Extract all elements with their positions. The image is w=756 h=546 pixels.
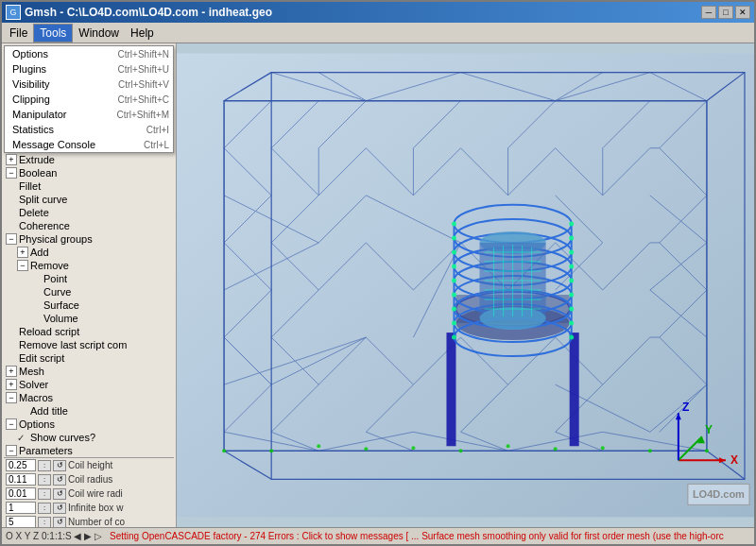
svg-point-151 <box>569 293 574 298</box>
menu-manipulator[interactable]: ManipulatorCtrl+Shift+M <box>5 107 173 122</box>
tree-surface[interactable]: Surface <box>4 299 174 312</box>
parameters-section: : ↺ Coil height : ↺ Coil radius : ↺ <box>4 457 174 527</box>
coil-radius-icon2[interactable]: ↺ <box>53 474 66 486</box>
svg-point-140 <box>452 221 456 226</box>
num-coils-icon1[interactable]: : <box>38 517 51 528</box>
delete-label: Delete <box>19 207 49 218</box>
options-label: Options <box>19 418 55 430</box>
expand-extrude[interactable]: + <box>6 154 17 165</box>
num-coils-input[interactable] <box>6 516 36 527</box>
point-label: Point <box>43 273 67 284</box>
minimize-button[interactable]: ─ <box>701 6 716 19</box>
num-coils-label: Number of co <box>68 517 125 527</box>
tools-dropdown: OptionsCtrl+Shift+N PluginsCtrl+Shift+U … <box>4 45 174 153</box>
tree-delete[interactable]: Delete <box>4 206 174 219</box>
svg-point-155 <box>569 321 574 326</box>
infinite-box-icon1[interactable]: : <box>38 503 51 514</box>
svg-point-157 <box>569 335 574 340</box>
tree-edit-script[interactable]: Edit script <box>4 351 174 365</box>
window-menu[interactable]: Window <box>73 25 125 42</box>
menu-clipping[interactable]: ClippingCtrl+Shift+C <box>5 92 173 107</box>
tree-add[interactable]: + Add <box>4 246 174 259</box>
coil-radius-input[interactable] <box>6 473 36 486</box>
tree-show-curves[interactable]: ✓ Show curves? <box>4 431 174 444</box>
viewport: X Y Z LO4D.com <box>177 43 754 527</box>
expand-macros[interactable]: − <box>6 392 17 403</box>
svg-point-150 <box>452 293 456 298</box>
coil-radius-icon1[interactable]: : <box>38 474 51 486</box>
tree-parameters[interactable]: − Parameters <box>4 444 174 457</box>
tree-remove[interactable]: − Remove <box>4 259 174 272</box>
maximize-button[interactable]: □ <box>718 6 733 19</box>
menu-plugins[interactable]: PluginsCtrl+Shift+U <box>5 61 173 77</box>
tree-extrude[interactable]: + Extrude <box>4 153 174 166</box>
close-button[interactable]: ✕ <box>735 6 750 19</box>
expand-add[interactable]: + <box>17 247 28 258</box>
num-coils-icon2[interactable]: ↺ <box>53 517 66 528</box>
tree-split-curve[interactable]: Split curve <box>4 193 174 206</box>
curve-label: Curve <box>43 286 71 298</box>
expand-physical-groups[interactable]: − <box>6 233 17 245</box>
tree-coherence[interactable]: Coherence <box>4 219 174 232</box>
menu-options[interactable]: OptionsCtrl+Shift+N <box>5 46 173 61</box>
expand-mesh[interactable]: + <box>6 366 17 377</box>
tree-point[interactable]: Point <box>4 272 174 285</box>
remove-last-script-label: Remove last script com <box>19 339 127 350</box>
show-curves-label: Show curves? <box>30 432 95 443</box>
main-window: G Gmsh - C:\LO4D.com\LO4D.com - indheat.… <box>0 0 756 546</box>
left-panel: OptionsCtrl+Shift+N PluginsCtrl+Shift+U … <box>2 43 177 527</box>
tree-remove-last-script[interactable]: Remove last script com <box>4 338 174 351</box>
tree-options[interactable]: − Options <box>4 418 174 431</box>
tree-physical-groups[interactable]: − Physical groups <box>4 232 174 246</box>
svg-point-105 <box>507 444 510 448</box>
coil-height-input[interactable] <box>6 459 36 471</box>
add-title-label: Add title <box>30 405 68 417</box>
expand-options[interactable]: − <box>6 418 17 430</box>
tree-boolean[interactable]: − Boolean <box>4 166 174 179</box>
expand-remove[interactable]: − <box>17 260 28 271</box>
menu-statistics[interactable]: StatisticsCtrl+I <box>5 122 173 137</box>
svg-text:X: X <box>730 453 738 467</box>
infinite-box-icon2[interactable]: ↺ <box>53 503 66 514</box>
tree-macros[interactable]: − Macros <box>4 391 174 404</box>
menu-visibility[interactable]: VisibilityCtrl+Shift+V <box>5 77 173 92</box>
coil-wire-input[interactable] <box>6 487 36 500</box>
svg-text:Z: Z <box>682 401 689 414</box>
tree-reload-script[interactable]: Reload script <box>4 325 174 338</box>
expand-boolean[interactable]: − <box>6 167 17 179</box>
param-coil-radius: : ↺ Coil radius <box>4 472 174 486</box>
param-num-coils: : ↺ Number of co <box>4 515 174 527</box>
expand-solver[interactable]: + <box>6 379 17 390</box>
tree-mesh[interactable]: + Mesh <box>4 365 174 378</box>
param-coil-height: : ↺ Coil height <box>4 458 174 472</box>
menu-message-console[interactable]: Message ConsoleCtrl+L <box>5 137 173 152</box>
svg-point-142 <box>452 235 456 240</box>
file-menu[interactable]: File <box>4 25 33 42</box>
svg-rect-110 <box>570 333 579 446</box>
svg-rect-109 <box>446 333 455 446</box>
svg-point-144 <box>452 249 456 254</box>
infinite-box-input[interactable] <box>6 502 36 514</box>
coil-height-icon2[interactable]: ↺ <box>53 460 66 471</box>
mesh-label: Mesh <box>19 366 44 377</box>
tree-fillet[interactable]: Fillet <box>4 179 174 193</box>
infinite-box-label: Infinite box w <box>68 503 123 513</box>
tree-curve[interactable]: Curve <box>4 285 174 299</box>
svg-point-149 <box>569 278 574 282</box>
svg-point-154 <box>452 321 456 326</box>
svg-point-104 <box>411 446 415 450</box>
param-coil-wire: : ↺ Coil wire radi <box>4 486 174 501</box>
tree-add-title[interactable]: Add title <box>4 404 174 418</box>
coords-display: O X Y Z 0:1:1:S ◀ ▶ ▷ <box>6 531 102 541</box>
reload-script-label: Reload script <box>19 326 79 337</box>
svg-point-103 <box>317 444 320 448</box>
coil-wire-icon2[interactable]: ↺ <box>53 488 66 500</box>
coil-height-icon1[interactable]: : <box>38 460 51 471</box>
help-menu[interactable]: Help <box>125 25 160 42</box>
coil-wire-icon1[interactable]: : <box>38 488 51 500</box>
tree-volume[interactable]: Volume <box>4 312 174 325</box>
tree-solver[interactable]: + Solver <box>4 378 174 391</box>
macros-label: Macros <box>19 392 53 403</box>
expand-parameters[interactable]: − <box>6 445 17 456</box>
tools-menu[interactable]: Tools <box>33 24 73 43</box>
